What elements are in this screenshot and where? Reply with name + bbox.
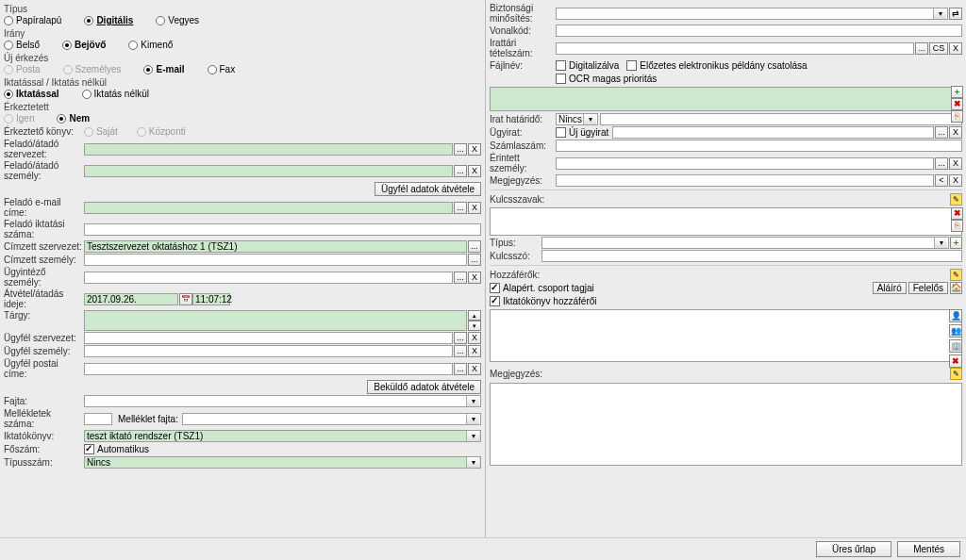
- digitalizalva-checkbox[interactable]: [556, 60, 566, 71]
- erintett-clear[interactable]: X: [949, 157, 962, 170]
- cimzett-szemely-field[interactable]: [84, 254, 467, 266]
- elozetes-checkbox[interactable]: [626, 60, 637, 71]
- iktatokonyv-hozza-checkbox[interactable]: [490, 296, 500, 306]
- cimzett-szervezet-browse[interactable]: ...: [468, 240, 481, 253]
- irattari-clear[interactable]: X: [949, 42, 962, 55]
- ugyfel-szervezet-browse[interactable]: ...: [454, 332, 467, 344]
- ugyintezo-szemely-field[interactable]: [84, 272, 453, 284]
- biztonsagi-dropdown[interactable]: [556, 8, 948, 20]
- radio-email[interactable]: E-mail: [143, 64, 184, 74]
- irattari-browse[interactable]: ...: [915, 42, 928, 55]
- hozzaferok-icon-1[interactable]: 👤: [949, 309, 962, 322]
- felado-email-browse[interactable]: ...: [454, 202, 467, 214]
- alairo-button[interactable]: Aláíró: [873, 282, 907, 294]
- megjegyzes-clear[interactable]: X: [949, 174, 962, 187]
- uj-ugyirat-checkbox[interactable]: [556, 127, 566, 138]
- felado-szervezet-clear[interactable]: X: [468, 143, 481, 156]
- felado-szervezet-field[interactable]: [84, 143, 453, 156]
- fajta-dropdown[interactable]: [84, 395, 481, 407]
- biztonsagi-action[interactable]: ⇄: [949, 8, 962, 20]
- felado-email-field[interactable]: [84, 202, 453, 214]
- targy-up-icon[interactable]: ▴: [468, 310, 481, 321]
- erintett-field[interactable]: [556, 157, 934, 170]
- ugyfel-postai-field[interactable]: [84, 363, 453, 375]
- radio-kimeno[interactable]: Kimenő: [128, 40, 173, 50]
- kulcsszo-field[interactable]: [541, 250, 962, 262]
- kulcsszavak-delete-icon[interactable]: ✖: [951, 207, 963, 220]
- hozzaferok-list[interactable]: [490, 309, 962, 362]
- radio-papir[interactable]: Papíralapú: [4, 15, 61, 25]
- file-area[interactable]: [490, 87, 962, 111]
- radio-bejovo[interactable]: Bejövő: [62, 40, 106, 50]
- melleklet-fajta-dropdown[interactable]: [182, 413, 481, 425]
- irat-hatarido-field[interactable]: [600, 113, 962, 125]
- felado-email-clear[interactable]: X: [468, 202, 481, 214]
- targy-down-icon[interactable]: ▾: [468, 321, 481, 331]
- radio-fax[interactable]: Fax: [208, 64, 236, 74]
- irat-hatarido-dropdown[interactable]: Nincs: [556, 113, 598, 125]
- megjegyzes2-textarea[interactable]: [490, 383, 962, 466]
- targy-field[interactable]: [84, 310, 467, 331]
- ugyfel-adatok-atvetele-button[interactable]: Ügyfél adatok átvétele: [375, 182, 481, 196]
- kulcsszavak-note-icon[interactable]: ✎: [950, 193, 962, 206]
- bekuldo-adatok-atvetele-button[interactable]: Beküldő adatok átvétele: [367, 380, 481, 394]
- radio-iktnelkul[interactable]: Iktatás nélkül: [82, 89, 149, 99]
- kulcsszavak-list[interactable]: [490, 207, 962, 236]
- kulcsszavak-link-icon[interactable]: ⎘: [951, 220, 963, 232]
- ugyirat-clear[interactable]: X: [949, 126, 962, 139]
- iktatokonyv-dropdown[interactable]: teszt iktató rendszer (TSZ1): [84, 430, 481, 442]
- felado-szemely-field[interactable]: [84, 165, 453, 177]
- radio-nem[interactable]: Nem: [57, 113, 90, 124]
- hozzaferok-home-icon[interactable]: 🏠: [950, 282, 962, 294]
- tipus-dropdown[interactable]: [541, 237, 949, 249]
- cimzett-szervezet-field[interactable]: Tesztszervezet oktatáshoz 1 (TSZ1): [84, 240, 467, 253]
- radio-iktassal[interactable]: Iktatással: [4, 89, 59, 99]
- felado-szemely-clear[interactable]: X: [468, 165, 481, 177]
- ugyfel-szemely-field[interactable]: [84, 345, 453, 357]
- hozzaferok-icon-2[interactable]: 👥: [949, 324, 962, 338]
- ugyfel-szervezet-field[interactable]: [84, 332, 453, 344]
- vonalkod-field[interactable]: [556, 25, 962, 37]
- atvetel-time-field[interactable]: 11:07:12: [192, 293, 230, 305]
- felado-szervezet-browse[interactable]: ...: [454, 143, 467, 156]
- radio-vegyes[interactable]: Vegyes: [156, 15, 199, 25]
- ures-urlap-button[interactable]: Üres űrlap: [816, 541, 891, 557]
- megjegyzes-lt[interactable]: <: [935, 174, 948, 187]
- tipusszam-dropdown[interactable]: Nincs: [84, 456, 481, 469]
- ugyfel-szemely-browse[interactable]: ...: [454, 345, 467, 357]
- file-delete-icon[interactable]: ✖: [951, 98, 963, 110]
- ugyintezo-szemely-clear[interactable]: X: [468, 272, 481, 284]
- ugyirat-field[interactable]: [612, 126, 934, 139]
- ugyirat-browse[interactable]: ...: [935, 126, 948, 139]
- felelos-button[interactable]: Felelős: [908, 282, 948, 294]
- ugyfel-szervezet-clear[interactable]: X: [468, 332, 481, 344]
- file-add-icon[interactable]: ＋: [951, 86, 963, 98]
- ugyfel-szemely-clear[interactable]: X: [468, 345, 481, 357]
- radio-belso[interactable]: Belső: [4, 40, 40, 50]
- foszam-label: Főszám:: [4, 444, 84, 454]
- hozzaferok-icon-3[interactable]: 🏢: [949, 339, 962, 353]
- alapert-checkbox[interactable]: [490, 283, 500, 293]
- ugyintezo-szemely-browse[interactable]: ...: [454, 272, 467, 284]
- felado-szemely-browse[interactable]: ...: [454, 165, 467, 177]
- irattari-field[interactable]: [556, 42, 914, 55]
- automatikus-checkbox[interactable]: [84, 444, 94, 454]
- erintett-browse[interactable]: ...: [935, 157, 948, 170]
- atvetel-date-field[interactable]: 2017.09.26.: [84, 293, 178, 305]
- mellekletek-szama-field[interactable]: [84, 413, 112, 425]
- ugyfel-postai-browse[interactable]: ...: [454, 363, 467, 375]
- irattari-cs[interactable]: CS: [929, 42, 948, 55]
- felado-iktatasi-field[interactable]: [84, 223, 481, 236]
- ugyfel-postai-clear[interactable]: X: [468, 363, 481, 375]
- radio-digitalis[interactable]: Digitális: [84, 15, 133, 25]
- hozzaferok-delete-icon[interactable]: ✖: [949, 354, 962, 368]
- szamlaszam-field[interactable]: [556, 140, 962, 152]
- mentes-button[interactable]: Mentés: [897, 541, 960, 557]
- cimzett-szemely-browse[interactable]: ...: [468, 254, 481, 266]
- file-link-icon[interactable]: ⎘: [951, 110, 963, 123]
- ocr-checkbox[interactable]: [556, 74, 566, 84]
- megjegyzes-field[interactable]: [556, 174, 934, 187]
- hozzaferok-note-icon[interactable]: ✎: [950, 269, 962, 281]
- tipus-add-icon[interactable]: ＋: [950, 237, 962, 249]
- calendar-icon[interactable]: 📅: [179, 293, 192, 305]
